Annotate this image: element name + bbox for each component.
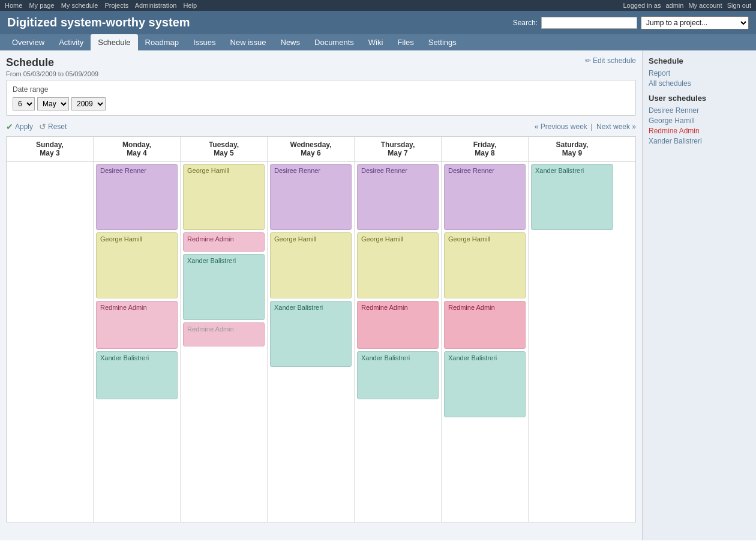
top-bar: Home My page My schedule Projects Admini…: [0, 0, 756, 11]
form-actions: ✔ Apply ↺ Reset « Previous week | Next w…: [6, 122, 636, 131]
thursday-column: Desiree Renner George Hamill Redmine Adm…: [355, 162, 442, 522]
nav-projects[interactable]: Projects: [105, 2, 129, 9]
sign-out-link[interactable]: Sign out: [727, 2, 751, 9]
date-range-title: Date range: [13, 85, 629, 94]
schedule-title-area: Schedule From 05/03/2009 to 05/09/2009: [6, 56, 98, 77]
date-range-box: Date range 6 May 2009: [6, 80, 636, 116]
date-controls: 6 May 2009: [13, 97, 629, 110]
schedule-block[interactable]: Xander Balistreri: [96, 351, 178, 399]
top-navigation: Home My page My schedule Projects Admini…: [5, 2, 202, 9]
search-label: Search:: [513, 19, 538, 27]
top-right-area: Logged in as admin My account Sign out: [623, 2, 751, 9]
schedule-block[interactable]: Desiree Renner: [357, 164, 439, 230]
header-sunday: Sunday, May 3: [7, 137, 94, 161]
username-link[interactable]: admin: [665, 2, 683, 9]
day-select[interactable]: 6: [13, 97, 35, 110]
schedule-block[interactable]: Xander Balistreri: [357, 351, 439, 399]
reset-icon: ↺: [39, 122, 46, 131]
search-area: Search: Jump to a project...: [513, 16, 749, 29]
sunday-column: [7, 162, 94, 522]
apply-button[interactable]: ✔ Apply: [6, 122, 33, 131]
app-header: Digitized system-worthy system Search: J…: [0, 11, 756, 34]
wednesday-column: Desiree Renner George Hamill Xander Bali…: [268, 162, 355, 522]
nav-home[interactable]: Home: [5, 2, 22, 9]
sidebar-all-schedules-link[interactable]: All schedules: [649, 79, 750, 88]
schedule-block[interactable]: Redmine Admin: [444, 301, 526, 349]
logged-in-text: Logged in as: [623, 2, 661, 9]
apply-reset-area: ✔ Apply ↺ Reset: [6, 122, 67, 131]
week-nav-separator: |: [591, 122, 593, 131]
page-title: Schedule: [6, 56, 98, 69]
schedule-block[interactable]: George Hamill: [444, 232, 526, 298]
tab-activity[interactable]: Activity: [52, 34, 91, 50]
header-saturday: Saturday, May 9: [529, 137, 616, 161]
search-input[interactable]: [541, 17, 637, 29]
header-thursday: Thursday, May 7: [355, 137, 442, 161]
week-navigation: « Previous week | Next week »: [535, 122, 636, 131]
edit-schedule-link[interactable]: ✏ Edit schedule: [585, 56, 636, 65]
nav-administration[interactable]: Administration: [135, 2, 177, 9]
schedule-block[interactable]: Xander Balistreri: [531, 164, 613, 230]
friday-column: Desiree Renner George Hamill Redmine Adm…: [442, 162, 529, 522]
app-title: Digitized system-worthy system: [7, 16, 190, 29]
reset-label: Reset: [48, 122, 67, 131]
sidebar-user-schedules-title: User schedules: [649, 94, 750, 103]
schedule-block[interactable]: Redmine Admin: [183, 232, 265, 252]
calendar-header: Sunday, May 3 Monday, May 4 Tuesday, May…: [7, 137, 635, 162]
header-tuesday: Tuesday, May 5: [181, 137, 268, 161]
nav-myschedule[interactable]: My schedule: [61, 2, 98, 9]
tuesday-column: George Hamill Redmine Admin Xander Balis…: [181, 162, 268, 522]
schedule-header: Schedule From 05/03/2009 to 05/09/2009 ✏…: [6, 56, 636, 77]
sidebar-user-xander[interactable]: Xander Balistreri: [649, 137, 750, 145]
monday-column: Desiree Renner George Hamill Redmine Adm…: [94, 162, 181, 522]
check-icon: ✔: [6, 122, 13, 131]
content-area: Schedule From 05/03/2009 to 05/09/2009 ✏…: [0, 50, 642, 540]
nav-tabs: Overview Activity Schedule Roadmap Issue…: [0, 34, 756, 50]
header-monday: Monday, May 4: [94, 137, 181, 161]
tab-overview[interactable]: Overview: [5, 34, 52, 50]
schedule-block[interactable]: Redmine Admin: [183, 322, 265, 346]
tab-roadmap[interactable]: Roadmap: [138, 34, 186, 50]
nav-mypage[interactable]: My page: [29, 2, 54, 9]
schedule-block[interactable]: Desiree Renner: [444, 164, 526, 230]
sidebar-report-link[interactable]: Report: [649, 69, 750, 77]
schedule-block[interactable]: Desiree Renner: [270, 164, 352, 230]
tab-wiki[interactable]: Wiki: [361, 34, 391, 50]
tab-documents[interactable]: Documents: [307, 34, 361, 50]
sidebar-user-desiree[interactable]: Desiree Renner: [649, 106, 750, 115]
schedule-block[interactable]: Xander Balistreri: [270, 301, 352, 367]
jump-to-project-select[interactable]: Jump to a project...: [641, 16, 749, 29]
tab-news[interactable]: News: [274, 34, 308, 50]
sidebar: Schedule Report All schedules User sched…: [642, 50, 756, 540]
schedule-block[interactable]: Redmine Admin: [357, 301, 439, 349]
month-select[interactable]: May: [37, 97, 69, 110]
header-wednesday: Wednesday, May 6: [268, 137, 355, 161]
tab-files[interactable]: Files: [390, 34, 421, 50]
sidebar-user-george[interactable]: George Hamill: [649, 116, 750, 125]
nav-help[interactable]: Help: [183, 2, 197, 9]
sidebar-user-redmine[interactable]: Redmine Admin: [649, 127, 750, 135]
tab-new-issue[interactable]: New issue: [223, 34, 274, 50]
schedule-block[interactable]: George Hamill: [183, 164, 265, 230]
schedule-block[interactable]: George Hamill: [357, 232, 439, 298]
schedule-block[interactable]: George Hamill: [270, 232, 352, 298]
prev-week-link[interactable]: « Previous week: [535, 122, 587, 131]
tab-issues[interactable]: Issues: [186, 34, 223, 50]
schedule-block[interactable]: Xander Balistreri: [444, 351, 526, 417]
main-layout: Schedule From 05/03/2009 to 05/09/2009 ✏…: [0, 50, 756, 540]
schedule-block[interactable]: George Hamill: [96, 232, 178, 298]
schedule-block[interactable]: Redmine Admin: [96, 301, 178, 349]
header-friday: Friday, May 8: [442, 137, 529, 161]
next-week-link[interactable]: Next week »: [596, 122, 636, 131]
date-range-label: From 05/03/2009 to 05/09/2009: [6, 70, 98, 77]
apply-label: Apply: [15, 122, 33, 131]
tab-schedule[interactable]: Schedule: [91, 34, 137, 50]
calendar: Sunday, May 3 Monday, May 4 Tuesday, May…: [6, 136, 636, 522]
reset-button[interactable]: ↺ Reset: [39, 122, 67, 131]
tab-settings[interactable]: Settings: [421, 34, 464, 50]
year-select[interactable]: 2009: [71, 97, 106, 110]
my-account-link[interactable]: My account: [688, 2, 722, 9]
calendar-body: Desiree Renner George Hamill Redmine Adm…: [7, 162, 635, 522]
schedule-block[interactable]: Xander Balistreri: [183, 254, 265, 320]
schedule-block[interactable]: Desiree Renner: [96, 164, 178, 230]
